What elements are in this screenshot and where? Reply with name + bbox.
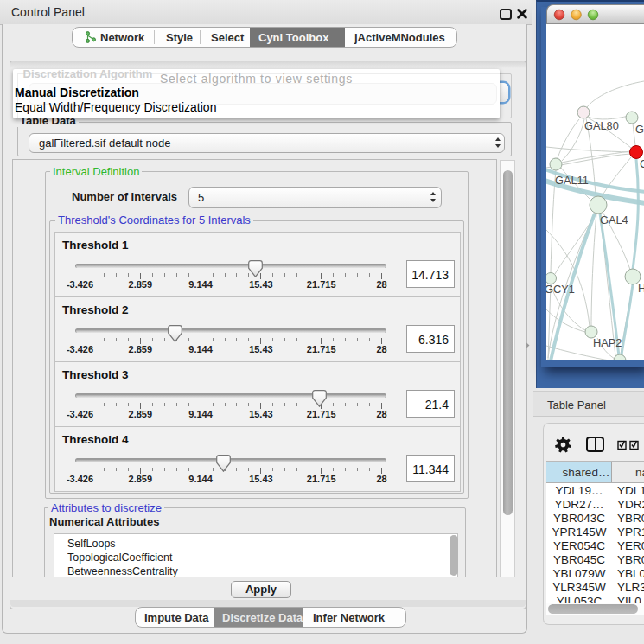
svg-text:GAL80: GAL80 [584, 119, 619, 132]
svg-text:GAL11: GAL11 [555, 174, 589, 187]
svg-text:HAP2: HAP2 [593, 336, 622, 349]
svg-text:GCY1: GCY1 [546, 283, 575, 296]
svg-text:H: H [638, 282, 644, 295]
svg-text:GAL4: GAL4 [600, 214, 628, 226]
svg-text:C: C [640, 157, 644, 170]
svg-text:G.: G. [635, 123, 644, 136]
